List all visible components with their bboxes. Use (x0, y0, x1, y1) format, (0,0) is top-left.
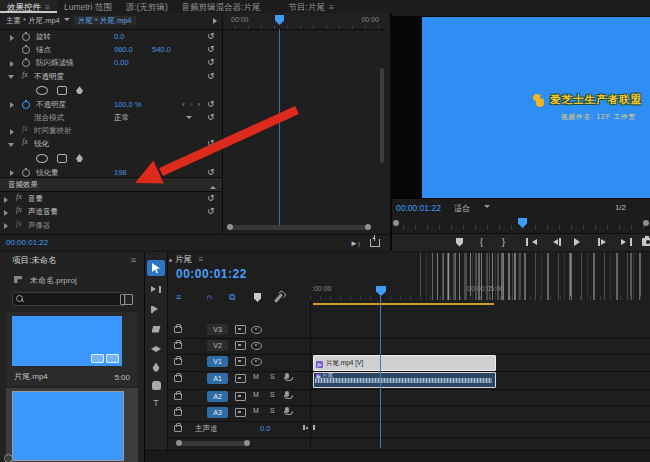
reset-icon[interactable]: ↺ (207, 205, 215, 218)
project-item-card[interactable]: 片尾.mp4 5:00 (6, 312, 138, 386)
collapse-icon[interactable] (210, 183, 216, 189)
track-target-badge[interactable]: A1 (207, 373, 228, 384)
project-item-card-selected[interactable] (6, 388, 138, 462)
twirl-icon[interactable] (8, 143, 14, 150)
insert-overwrite-icon[interactable]: ≡ (176, 292, 180, 302)
go-to-in-button[interactable] (526, 237, 537, 247)
param-value[interactable]: 100.0 % (114, 98, 142, 111)
rect-mask-icon[interactable] (57, 154, 67, 163)
track-row-v2[interactable]: V2 (167, 338, 650, 355)
sync-lock-icon[interactable] (235, 392, 246, 401)
mute-button[interactable]: M (253, 407, 259, 414)
tab-source-monitor[interactable]: 源:(无剪辑) (119, 0, 175, 13)
stopwatch-icon[interactable] (22, 46, 30, 54)
solo-button[interactable]: S (270, 373, 275, 380)
master-clip-label[interactable]: 主要 * 片尾.mp4 (6, 16, 60, 25)
param-value[interactable]: 0.00 (114, 56, 129, 69)
track-target-badge[interactable]: V1 (207, 356, 228, 367)
add-marker-icon[interactable] (254, 293, 261, 302)
track-row-master[interactable]: 主声道 0.0 (167, 421, 650, 438)
program-timecode[interactable]: 00:00:01:22 (396, 203, 441, 213)
vertical-scrollbar[interactable] (380, 68, 384, 163)
search-input[interactable] (12, 292, 126, 306)
panel-menu-icon[interactable]: ≡ (198, 254, 203, 264)
chevron-down-icon[interactable] (186, 116, 192, 122)
play-button[interactable] (574, 237, 584, 247)
project-file-name[interactable]: 未命名.prproj (30, 275, 77, 286)
twirl-icon[interactable] (10, 102, 17, 108)
audio-clip[interactable]: fx片尾 (313, 372, 496, 388)
go-to-out-button[interactable] (621, 237, 632, 247)
twirl-icon[interactable] (10, 129, 17, 135)
reset-icon[interactable]: ↺ (207, 137, 215, 150)
twirl-icon[interactable] (8, 75, 14, 82)
param-value-x[interactable]: 960.0 (114, 43, 133, 56)
pen-mask-icon[interactable] (76, 154, 83, 162)
sync-lock-icon[interactable] (235, 341, 246, 350)
mic-icon[interactable] (285, 391, 289, 397)
tab-audio-clip-mixer[interactable]: 音频剪辑混合器:片尾 (175, 0, 268, 13)
lock-icon[interactable] (174, 409, 182, 416)
track-row-v3[interactable]: V3 (167, 322, 650, 339)
track-target-badge[interactable]: V3 (207, 324, 228, 335)
track-row-a2[interactable]: A2 M S (167, 389, 650, 406)
scroll-handle[interactable] (393, 220, 399, 226)
ec-timecode[interactable]: 00:00:01:22 (6, 238, 48, 247)
chevron-down-icon[interactable] (64, 18, 70, 24)
sync-lock-icon[interactable] (235, 325, 246, 334)
playhead-marker[interactable] (275, 15, 284, 25)
sync-lock-icon[interactable] (235, 408, 246, 417)
scroll-handle[interactable] (643, 220, 649, 226)
panel-menu-icon[interactable]: ≡ (45, 2, 50, 12)
reset-icon[interactable]: ↺ (207, 30, 215, 43)
lock-icon[interactable] (174, 326, 182, 333)
linked-selection-icon[interactable]: ⧉ (229, 292, 235, 303)
lock-icon[interactable] (174, 393, 182, 400)
master-level-value[interactable]: 0.0 (260, 424, 270, 433)
program-time-ruler[interactable] (392, 218, 650, 229)
fx-icon[interactable]: fx (22, 137, 28, 146)
track-select-forward-tool[interactable] (147, 281, 165, 297)
eye-icon[interactable] (251, 342, 262, 350)
eye-icon[interactable] (251, 326, 262, 334)
stopwatch-icon[interactable] (22, 59, 30, 67)
export-icon[interactable] (370, 239, 380, 247)
mute-button[interactable]: M (253, 391, 259, 398)
add-marker-button[interactable] (456, 237, 463, 247)
timeline-horizontal-scrollbar[interactable] (178, 441, 248, 446)
twirl-icon[interactable] (10, 35, 17, 41)
tab-close-dot[interactable] (169, 259, 172, 262)
reset-icon[interactable]: ↺ (207, 70, 215, 83)
lock-icon[interactable] (174, 358, 182, 365)
playhead-marker[interactable] (376, 286, 386, 296)
sync-lock-icon[interactable] (235, 374, 246, 383)
lock-icon[interactable] (174, 425, 182, 432)
reset-icon[interactable]: ↺ (207, 43, 215, 56)
sync-lock-icon[interactable] (235, 357, 246, 366)
ellipse-mask-icon[interactable] (36, 86, 48, 95)
track-row-v1[interactable]: V1 fx片尾.mp4 [V] (167, 354, 650, 372)
lock-icon[interactable] (174, 342, 182, 349)
panel-menu-icon[interactable]: ≡ (131, 255, 136, 265)
step-back-button[interactable] (550, 237, 561, 247)
timeline-timecode[interactable]: 00:00:01:22 (176, 267, 247, 281)
ec-time-ruler[interactable]: 00:00 00:00 (223, 13, 385, 30)
time-ruler[interactable] (310, 296, 650, 300)
stopwatch-icon[interactable] (22, 101, 30, 109)
zoom-level-select[interactable]: 适合 (454, 203, 494, 214)
twirl-icon[interactable] (4, 197, 11, 203)
mute-button[interactable]: M (253, 373, 259, 380)
fx-icon[interactable]: fx (22, 70, 28, 79)
param-value[interactable]: 0.0 (114, 30, 124, 43)
track-row-a1[interactable]: A1 M S fx片尾 (167, 371, 650, 390)
timeline-settings-icon[interactable] (274, 293, 283, 303)
keyframe-nav[interactable]: ‹◦› (182, 98, 205, 111)
stopwatch-icon[interactable] (22, 33, 30, 41)
clip-thumbnail[interactable] (12, 391, 124, 461)
reset-icon[interactable]: ↺ (207, 56, 215, 69)
track-target-badge[interactable]: A3 (207, 407, 228, 418)
view-options-icon[interactable] (120, 294, 133, 305)
eye-icon[interactable] (251, 358, 262, 366)
twirl-icon[interactable] (10, 61, 17, 67)
tab-sequence[interactable]: 片尾 ≡ (175, 254, 203, 266)
